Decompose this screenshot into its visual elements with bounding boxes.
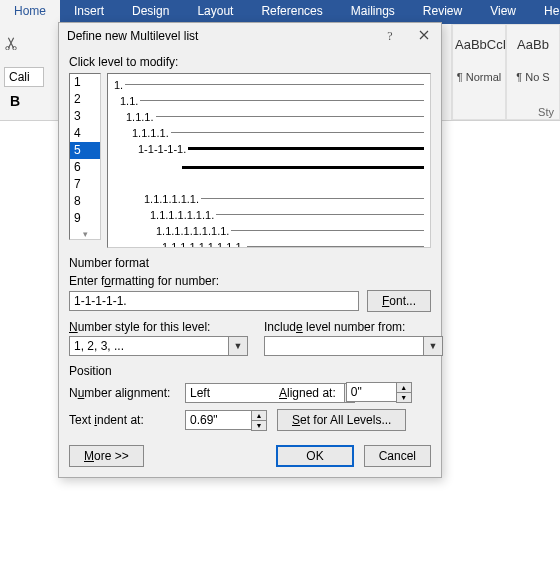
preview-row — [114, 177, 424, 189]
ok-button[interactable]: OK — [276, 445, 353, 467]
number-alignment-combo[interactable]: ▼ — [185, 383, 269, 403]
level-item-1[interactable]: 1 — [70, 74, 100, 91]
dialog-title: Define new Multilevel list — [67, 29, 373, 43]
preview-row: 1.1.1.1.1.1.1. — [114, 208, 424, 221]
include-level-combo[interactable]: ▼ — [264, 336, 443, 356]
preview-row: 1-1-1-1-1. — [114, 142, 424, 155]
number-format-input[interactable] — [69, 291, 359, 311]
chevron-down-icon[interactable]: ▼ — [423, 336, 443, 356]
include-level-label: Include level number from: — [264, 320, 443, 334]
ribbon-tabs: HomeInsertDesignLayoutReferencesMailings… — [0, 0, 560, 24]
preview-row: 1.1. — [114, 94, 424, 107]
text-indent-label: Text indent at: — [69, 413, 175, 427]
aligned-at-label: Aligned at: — [279, 386, 336, 400]
preview-row: 1. — [114, 78, 424, 91]
level-item-6[interactable]: 6 — [70, 159, 100, 176]
set-for-all-levels-button[interactable]: Set for All Levels... — [277, 409, 406, 431]
multilevel-list-dialog: Define new Multilevel list ? Click level… — [58, 22, 442, 478]
styles-group-label: Sty — [538, 106, 554, 118]
font-button[interactable]: Font... — [367, 290, 431, 312]
level-listbox[interactable]: 123456789▾ — [69, 73, 101, 240]
level-item-5[interactable]: 5 — [70, 142, 100, 159]
preview-row: 1.1.1.1.1.1.1.1. — [114, 224, 424, 237]
enter-formatting-label: Enter formatting for number: — [69, 274, 431, 288]
level-item-7[interactable]: 7 — [70, 176, 100, 193]
style-normal[interactable]: AaBbCcDc ¶ Normal — [452, 24, 506, 120]
ribbon-tab-help[interactable]: Help — [530, 0, 560, 24]
preview-row: 1.1.1.1. — [114, 126, 424, 139]
chevron-down-icon[interactable]: ▾ — [70, 229, 100, 239]
level-item-2[interactable]: 2 — [70, 91, 100, 108]
bold-button[interactable]: B — [4, 93, 48, 109]
ribbon-tab-home[interactable]: Home — [0, 0, 60, 24]
font-name-combo[interactable]: Cali — [4, 67, 44, 87]
close-button[interactable] — [407, 23, 441, 49]
ribbon-tab-layout[interactable]: Layout — [183, 0, 247, 24]
ribbon-tab-design[interactable]: Design — [118, 0, 183, 24]
click-level-label: Click level to modify: — [69, 55, 431, 69]
level-item-3[interactable]: 3 — [70, 108, 100, 125]
level-item-9[interactable]: 9 — [70, 210, 100, 227]
dialog-titlebar: Define new Multilevel list ? — [59, 23, 441, 49]
ribbon-tab-insert[interactable]: Insert — [60, 0, 118, 24]
more-button[interactable]: More >> — [69, 445, 144, 467]
ribbon-tab-review[interactable]: Review — [409, 0, 476, 24]
spinner-buttons[interactable]: ▲▼ — [396, 382, 412, 403]
spinner-buttons[interactable]: ▲▼ — [251, 410, 267, 431]
ribbon-tab-mailings[interactable]: Mailings — [337, 0, 409, 24]
number-alignment-label: Number alignment: — [69, 386, 175, 400]
cut-icon[interactable] — [4, 36, 18, 50]
ribbon-tab-view[interactable]: View — [476, 0, 530, 24]
close-icon — [419, 30, 429, 40]
preview-row: 1.1.1. — [114, 110, 424, 123]
aligned-at-spinner[interactable]: ▲▼ — [346, 382, 412, 403]
level-item-4[interactable]: 4 — [70, 125, 100, 142]
preview-row: 1.1.1.1.1.1.1.1.1. — [114, 240, 424, 248]
number-format-group-label: Number format — [69, 256, 431, 270]
ribbon-tab-references[interactable]: References — [247, 0, 336, 24]
level-item-8[interactable]: 8 — [70, 193, 100, 210]
number-style-label: Number style for this level: — [69, 320, 248, 334]
list-preview: 1.1.1.1.1.1.1.1.1.1.1-1-1-1-1.1.1.1.1.1.… — [107, 73, 431, 248]
help-button[interactable]: ? — [373, 23, 407, 49]
text-indent-spinner[interactable]: ▲▼ — [185, 410, 267, 431]
position-group-label: Position — [69, 364, 431, 378]
clipboard-font-group: Cali B — [4, 36, 48, 109]
cancel-button[interactable]: Cancel — [364, 445, 431, 467]
preview-row: 1.1.1.1.1.1. — [114, 192, 424, 205]
chevron-down-icon[interactable]: ▼ — [228, 336, 248, 356]
number-style-combo[interactable]: ▼ — [69, 336, 248, 356]
